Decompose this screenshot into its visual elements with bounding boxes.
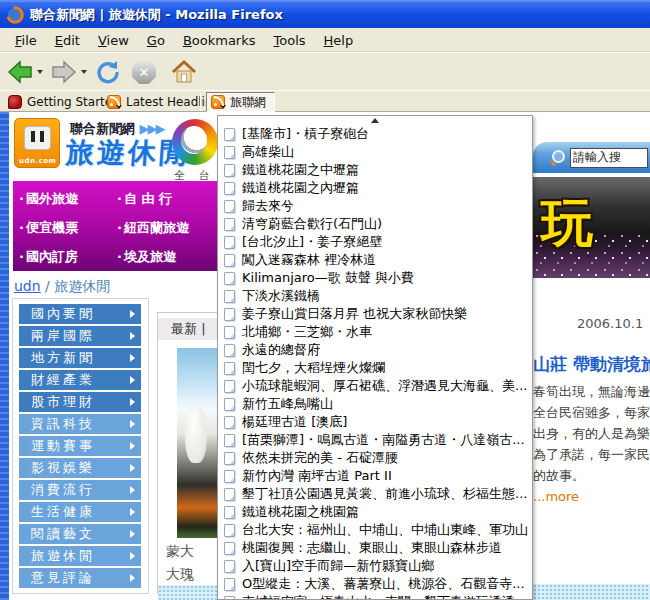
bookmark-menu-item[interactable]: 小琉球龍蝦洞、厚石裙礁、浮潛遇見大海龜、美...: [218, 377, 532, 395]
bookmark-page-icon: [224, 236, 235, 249]
chevron-right-icon: [130, 464, 135, 472]
sidebar-category-item[interactable]: 消費流行: [19, 480, 141, 500]
bookmark-menu-item[interactable]: 永遠的總督府: [218, 341, 532, 359]
feed-caret-icon: [220, 105, 226, 109]
chevron-right-icon: [130, 508, 135, 516]
menu-item[interactable]: Edit: [46, 31, 89, 50]
bookmark-menu-item[interactable]: 下淡水溪鐵橋: [218, 287, 532, 305]
bookmark-getting-started[interactable]: Getting Started: [8, 93, 120, 111]
bookmark-menu-item[interactable]: 歸去來兮: [218, 197, 532, 215]
feature-banner-photo[interactable]: 玩: [533, 177, 650, 278]
promo-link[interactable]: 國外旅遊: [19, 190, 117, 208]
banner-headline-text: 玩: [541, 189, 593, 259]
udn-logo[interactable]: udn.com: [14, 118, 60, 168]
menu-item[interactable]: Help: [315, 31, 363, 50]
menu-item[interactable]: Go: [138, 31, 174, 50]
page-left-border-decoration: [0, 112, 9, 600]
bookmark-folder-button-open[interactable]: 旅聯網: [206, 92, 275, 112]
chevron-right-icon: [130, 574, 135, 582]
bookmark-menu-item[interactable]: 依然未拼完的美 - 石碇潭腰: [218, 449, 532, 467]
bookmark-page-icon: [224, 128, 235, 141]
breadcrumb-home-link[interactable]: udn: [14, 278, 41, 294]
bookmark-menu-item[interactable]: 北埔鄉・三芝鄉・水車: [218, 323, 532, 341]
sidebar-category-item[interactable]: 閱讀藝文: [19, 524, 141, 544]
bookmark-menu-item[interactable]: 台北大安：福州山、中埔山、中埔山東峰、軍功山: [218, 521, 532, 539]
bookmark-menu-item[interactable]: 鐵道桃花園之中壢篇: [218, 161, 532, 179]
sidebar-category-item[interactable]: 財經產業: [19, 370, 141, 390]
window-title: 聯合新聞網 | 旅遊休閒 - Mozilla Firefox: [30, 6, 283, 24]
bookmark-menu-item[interactable]: 閏七夕，大稻埕煙火燦爛: [218, 359, 532, 377]
sidebar-category-item[interactable]: 股市理財: [19, 392, 141, 412]
more-link[interactable]: ...more: [533, 489, 579, 504]
bookmark-menu-item[interactable]: 新竹內灣 南坪古道 Part II: [218, 467, 532, 485]
forward-dropdown-caret[interactable]: [81, 70, 87, 74]
bookmark-menu-item-label: O型縱走：大溪、蕃薯寮山、桃源谷、石觀音寺...: [242, 575, 525, 593]
promo-link[interactable]: 紐西蘭旅遊: [117, 219, 215, 237]
bookmark-menu-item[interactable]: 清穹蔚藍合歡行(石門山): [218, 215, 532, 233]
bookmark-menu-item-label: 高雄柴山: [242, 143, 294, 161]
bookmark-menu-item[interactable]: 姜子寮山賞日落月昇 也祝大家秋節快樂: [218, 305, 532, 323]
chevron-right-icon: [130, 442, 135, 450]
sidebar-category-item[interactable]: 意見評論: [19, 568, 141, 588]
title-bar[interactable]: 聯合新聞網 | 旅遊休閒 - Mozilla Firefox: [0, 0, 650, 28]
rss-feed-icon: [107, 95, 121, 109]
sidebar-item-label: 旅遊休閒: [31, 547, 95, 565]
search-input[interactable]: [570, 148, 648, 168]
stop-button[interactable]: ✕: [132, 57, 156, 87]
forward-button[interactable]: [50, 57, 87, 87]
bookmark-menu-item[interactable]: [苗栗獅潭]・鳴鳳古道・南隘勇古道・八達嶺古...: [218, 431, 532, 449]
back-button[interactable]: [6, 57, 43, 87]
bookmark-menu-item[interactable]: [基隆市]・槓子寮砲台: [218, 125, 532, 143]
getting-started-icon: [8, 95, 22, 109]
sidebar-category-item[interactable]: 地方新聞: [19, 348, 141, 368]
home-button[interactable]: [170, 57, 198, 87]
bookmark-menu-item[interactable]: 鐵道桃花園之內壢篇: [218, 179, 532, 197]
bookmark-menu-item[interactable]: [台北汐止]・姜子寮絕壁: [218, 233, 532, 251]
menu-item[interactable]: Tools: [265, 31, 315, 50]
bookmark-menu-item[interactable]: 墾丁社頂公園遇見黃裳、前進小琉球、杉福生態...: [218, 485, 532, 503]
sidebar-category-item[interactable]: 資訊科技: [19, 414, 141, 434]
sidebar-category-item[interactable]: 旅遊休閒: [19, 546, 141, 566]
promo-link[interactable]: 自 由 行: [117, 190, 215, 208]
menu-item[interactable]: File: [6, 31, 46, 50]
bookmark-page-icon: [224, 488, 235, 501]
bookmark-menu-item[interactable]: 新竹五峰鳥嘴山: [218, 395, 532, 413]
back-arrow-icon: [6, 59, 34, 85]
bookmark-menu-item[interactable]: 車城福安宮、恆春山水、車閱、墾丁春遊玩透透: [218, 593, 532, 600]
sidebar-category-item[interactable]: 運動賽事: [19, 436, 141, 456]
bookmark-menu-item[interactable]: Kilimanjaro—歌 鼓聲 與小費: [218, 269, 532, 287]
bookmark-page-icon: [224, 416, 235, 429]
home-icon: [170, 59, 198, 85]
sidebar-category-item[interactable]: 國內要聞: [19, 304, 141, 324]
bookmark-page-icon: [224, 254, 235, 267]
article-photo-thumbnail[interactable]: [177, 348, 217, 538]
bookmark-menu-item[interactable]: 闖入迷霧森林 裡冷林道: [218, 251, 532, 269]
menu-item[interactable]: Bookmarks: [174, 31, 265, 50]
bookmark-menu-item[interactable]: 鐵道桃花園之桃園篇: [218, 503, 532, 521]
bookmark-page-icon: [224, 524, 235, 537]
chevron-right-icon: [130, 310, 135, 318]
promo-link[interactable]: 埃及旅遊: [117, 248, 215, 266]
sidebar-category-item[interactable]: 生活健康: [19, 502, 141, 522]
back-dropdown-caret[interactable]: [37, 70, 43, 74]
reload-button[interactable]: [94, 57, 122, 87]
promo-link[interactable]: 國內訂房: [19, 248, 117, 266]
bookmark-page-icon: [224, 290, 235, 303]
sidebar-category-item[interactable]: 影視娛樂: [19, 458, 141, 478]
sidebar-item-label: 國內要聞: [31, 305, 95, 323]
bookmark-menu-item[interactable]: 桃園復興：志繼山、東眼山、東眼山森林步道: [218, 539, 532, 557]
sidebar-item-label: 影視娛樂: [31, 459, 95, 477]
article-heading[interactable]: 山莊 帶動清境旅: [533, 353, 650, 376]
bookmark-menu-item-label: [苗栗獅潭]・鳴鳳古道・南隘勇古道・八達嶺古...: [242, 431, 525, 449]
folder-button-label: 旅聯網: [230, 94, 266, 111]
bookmark-menu-item-label: 鐵道桃花園之中壢篇: [242, 161, 359, 179]
promo-link[interactable]: 便宜機票: [19, 219, 117, 237]
menu-scroll-up[interactable]: [218, 116, 532, 125]
bookmark-menu-item[interactable]: 楊廷理古道 [澳底]: [218, 413, 532, 431]
menu-item[interactable]: View: [89, 31, 138, 50]
bookmark-menu-item[interactable]: O型縱走：大溪、蕃薯寮山、桃源谷、石觀音寺...: [218, 575, 532, 593]
bookmark-menu-item-label: 楊廷理古道 [澳底]: [242, 413, 347, 431]
sidebar-category-item[interactable]: 兩岸國際: [19, 326, 141, 346]
bookmark-menu-item[interactable]: 高雄柴山: [218, 143, 532, 161]
bookmark-menu-item[interactable]: 入[寶山]空手而歸—新竹縣寶山鄉: [218, 557, 532, 575]
